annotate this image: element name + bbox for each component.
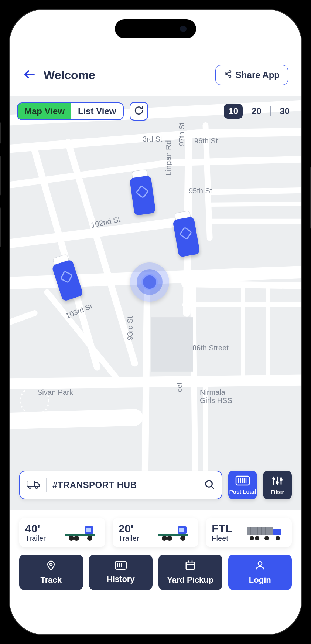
svg-rect-32 xyxy=(179,528,184,532)
svg-rect-27 xyxy=(65,534,95,536)
svg-point-22 xyxy=(273,478,275,480)
card-ftl-fleet[interactable]: FTL Fleet xyxy=(206,518,292,547)
separator xyxy=(270,106,271,116)
radius-selector: 10 20 30 xyxy=(224,104,294,119)
svg-line-4 xyxy=(227,72,229,74)
app-header: Welcome Share App xyxy=(10,61,301,96)
road-label: eet xyxy=(176,383,184,392)
svg-point-48 xyxy=(276,536,280,540)
trailer-icon xyxy=(141,524,193,542)
share-label: Share App xyxy=(236,70,280,80)
page-title: Welcome xyxy=(44,68,95,82)
card-title: FTL xyxy=(212,523,232,534)
radius-option-30[interactable]: 30 xyxy=(275,104,294,119)
nav-label: Yard Pickup xyxy=(167,575,213,585)
card-40-trailer[interactable]: 40' Trailer xyxy=(19,518,105,547)
nav-label: History xyxy=(107,574,135,584)
search-input[interactable]: #TRANSPORT HUB xyxy=(19,471,222,499)
refresh-button[interactable] xyxy=(130,102,148,121)
road-label: 86th Street xyxy=(192,344,229,352)
nav-track[interactable]: Track xyxy=(19,555,83,590)
separator xyxy=(46,478,47,492)
card-title: 40' xyxy=(25,523,46,534)
svg-point-9 xyxy=(29,486,31,488)
pin-icon xyxy=(45,560,57,573)
svg-rect-8 xyxy=(27,481,34,486)
road-label: 93rd St xyxy=(126,316,134,340)
svg-line-5 xyxy=(227,74,229,76)
filter-button[interactable]: Filter xyxy=(263,471,292,499)
view-toggle: Map View List View xyxy=(17,102,124,120)
bottom-panel: 40' Trailer 20' Trailer xyxy=(10,510,301,634)
road-label: Lingan Rd xyxy=(164,140,173,176)
refresh-icon xyxy=(134,106,144,117)
svg-point-24 xyxy=(280,479,282,481)
svg-point-2 xyxy=(225,73,227,75)
road-label: Girls HSS xyxy=(200,396,232,405)
nav-label: Login xyxy=(249,575,271,585)
road-label: Nirmala xyxy=(200,388,225,397)
post-load-label: Post Load xyxy=(229,488,256,495)
road-label: 95th St xyxy=(189,187,212,195)
road-label: 3rd St xyxy=(143,135,162,143)
share-app-button[interactable]: Share App xyxy=(215,65,288,85)
svg-point-34 xyxy=(162,536,167,541)
svg-point-59 xyxy=(258,562,262,565)
svg-point-29 xyxy=(74,536,79,541)
trailer-icon xyxy=(48,524,99,542)
svg-point-23 xyxy=(277,482,278,484)
search-icon[interactable] xyxy=(204,479,215,491)
road-label: Sivan Park xyxy=(37,388,73,397)
svg-rect-26 xyxy=(86,528,91,532)
map-canvas[interactable]: 3rd St 96th St 97th St Lingan Rd 95th St… xyxy=(10,96,301,510)
tab-map-view[interactable]: Map View xyxy=(18,103,71,119)
svg-rect-33 xyxy=(158,534,188,536)
svg-point-30 xyxy=(87,536,92,541)
card-20-trailer[interactable]: 20' Trailer xyxy=(113,518,199,547)
svg-point-49 xyxy=(50,563,52,565)
svg-point-10 xyxy=(35,486,38,488)
svg-line-12 xyxy=(211,486,213,488)
device-notch xyxy=(115,19,196,38)
barcode-icon xyxy=(235,475,250,487)
search-text: #TRANSPORT HUB xyxy=(52,480,198,490)
card-sub: Trailer xyxy=(119,534,139,543)
truck-icon xyxy=(27,479,40,491)
svg-point-3 xyxy=(229,75,231,78)
nav-history[interactable]: History xyxy=(89,555,153,590)
back-icon[interactable] xyxy=(23,68,36,82)
nav-yard-pickup[interactable]: Yard Pickup xyxy=(158,555,222,590)
post-load-button[interactable]: Post Load xyxy=(228,471,257,499)
svg-point-47 xyxy=(264,536,269,540)
svg-rect-6 xyxy=(151,317,193,372)
barcode-icon xyxy=(115,560,127,572)
card-sub: Trailer xyxy=(25,534,46,543)
svg-point-35 xyxy=(167,536,172,541)
filter-label: Filter xyxy=(271,489,284,495)
svg-point-28 xyxy=(69,536,74,541)
nav-login[interactable]: Login xyxy=(228,555,292,590)
road-label: 97th St xyxy=(178,123,186,146)
svg-rect-55 xyxy=(186,562,195,569)
svg-point-46 xyxy=(255,536,259,540)
radius-option-10[interactable]: 10 xyxy=(224,104,243,119)
nav-label: Track xyxy=(41,575,62,585)
svg-point-36 xyxy=(180,536,185,541)
user-location-marker xyxy=(130,262,169,302)
card-title: 20' xyxy=(119,523,139,534)
calendar-icon xyxy=(185,560,196,573)
sliders-icon xyxy=(271,475,284,487)
svg-point-45 xyxy=(250,536,254,540)
user-icon xyxy=(254,560,266,573)
road-label: 96th St xyxy=(194,137,218,145)
svg-rect-44 xyxy=(273,529,281,535)
tab-list-view[interactable]: List View xyxy=(71,103,123,119)
share-icon xyxy=(224,70,232,80)
fleet-icon xyxy=(234,524,286,542)
svg-point-1 xyxy=(229,71,231,73)
radius-option-20[interactable]: 20 xyxy=(247,104,266,119)
card-sub: Fleet xyxy=(212,534,232,543)
